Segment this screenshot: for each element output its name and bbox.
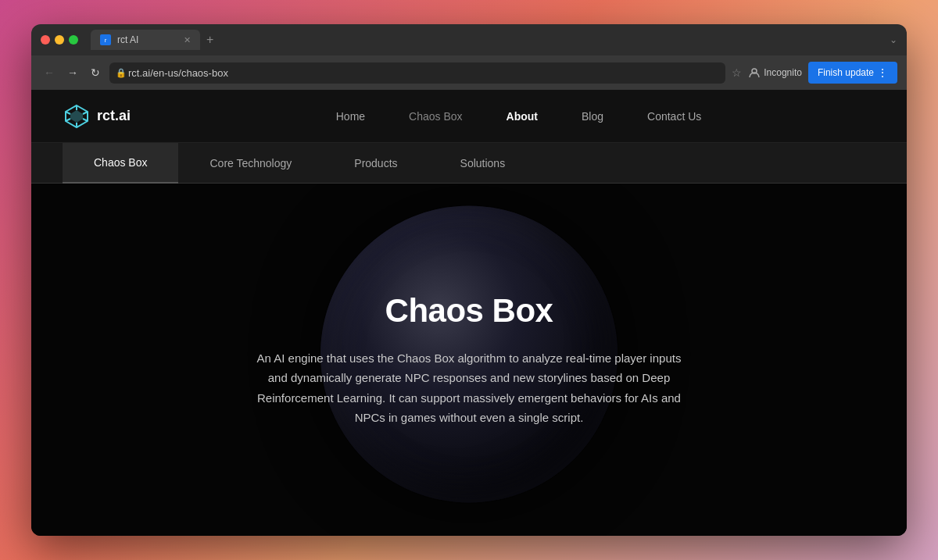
site-nav-links: Home Chaos Box About Blog Contact Us	[162, 110, 875, 123]
tab-area: r rct AI ✕ +	[91, 30, 883, 50]
svg-marker-4	[70, 110, 83, 123]
incognito-icon	[748, 66, 761, 79]
menu-dots-icon: ⋮	[877, 66, 888, 79]
logo-icon	[63, 102, 91, 130]
hero-description: An AI engine that uses the Chaos Box alg…	[250, 348, 688, 428]
title-bar: r rct AI ✕ + ⌄	[31, 24, 907, 55]
svg-text:r: r	[105, 37, 107, 44]
close-button[interactable]	[41, 35, 50, 45]
hero-title: Chaos Box	[250, 292, 688, 330]
maximize-button[interactable]	[69, 35, 78, 45]
address-input[interactable]	[109, 62, 725, 84]
website-content: rct.ai Home Chaos Box About Blog Contact…	[31, 90, 907, 536]
nav-home[interactable]: Home	[314, 110, 387, 123]
lock-icon: 🔒	[116, 68, 127, 78]
tab-favicon: r	[100, 34, 111, 45]
address-bar-wrapper: 🔒	[109, 62, 725, 84]
subnav-chaos-box[interactable]: Chaos Box	[63, 143, 178, 184]
back-button[interactable]: ←	[41, 63, 58, 82]
address-bar-actions: ☆ Incognito Finish update ⋮	[732, 62, 897, 84]
address-bar: ← → ↻ 🔒 ☆ Incognito Finish update ⋮	[31, 55, 907, 90]
site-nav: rct.ai Home Chaos Box About Blog Contact…	[31, 90, 907, 143]
nav-about[interactable]: About	[485, 110, 560, 123]
tab-title: rct AI	[117, 34, 138, 45]
bookmark-icon[interactable]: ☆	[732, 66, 742, 79]
new-tab-button[interactable]: +	[203, 33, 217, 47]
finish-update-label: Finish update	[818, 67, 874, 78]
nav-chaos-box[interactable]: Chaos Box	[387, 110, 484, 123]
traffic-lights	[41, 35, 78, 45]
hero-content: Chaos Box An AI engine that uses the Cha…	[250, 292, 688, 428]
finish-update-button[interactable]: Finish update ⋮	[808, 62, 897, 84]
site-logo[interactable]: rct.ai	[63, 102, 131, 130]
sub-nav: Chaos Box Core Technology Products Solut…	[31, 143, 907, 184]
tab-close-icon[interactable]: ✕	[184, 35, 191, 45]
browser-window: r rct AI ✕ + ⌄ ← → ↻ 🔒 ☆	[31, 24, 907, 536]
incognito-button[interactable]: Incognito	[748, 66, 802, 79]
reload-button[interactable]: ↻	[88, 63, 103, 82]
hero-section: Chaos Box An AI engine that uses the Cha…	[31, 184, 907, 536]
title-bar-right: ⌄	[890, 34, 897, 45]
logo-text: rct.ai	[97, 108, 131, 124]
incognito-label: Incognito	[764, 67, 802, 78]
minimize-button[interactable]	[55, 35, 64, 45]
subnav-core-technology[interactable]: Core Technology	[178, 143, 323, 184]
browser-tab[interactable]: r rct AI ✕	[91, 30, 200, 50]
subnav-solutions[interactable]: Solutions	[429, 143, 537, 184]
nav-contact[interactable]: Contact Us	[625, 110, 723, 123]
chevron-down-icon[interactable]: ⌄	[890, 34, 897, 45]
forward-button[interactable]: →	[64, 63, 81, 82]
subnav-products[interactable]: Products	[323, 143, 428, 184]
nav-blog[interactable]: Blog	[560, 110, 625, 123]
